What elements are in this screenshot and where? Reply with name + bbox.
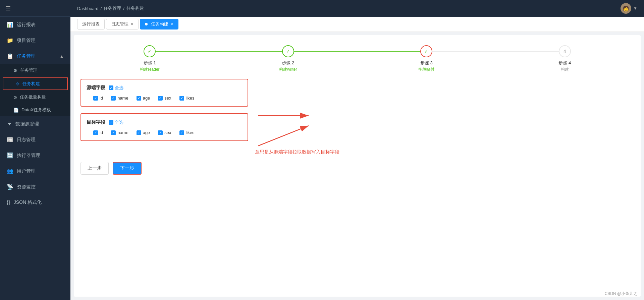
target-select-all-checkbox[interactable]: ✓ — [109, 120, 113, 125]
step-2: ✓ 步骤 2 构建writer — [219, 45, 358, 72]
executor-icon: 🔄 — [7, 152, 13, 159]
source-field-id[interactable]: ✓ id — [93, 96, 103, 101]
run-report-icon: 📊 — [7, 21, 13, 28]
target-field-likes-checkbox[interactable]: ✓ — [179, 130, 184, 135]
sidebar-subitem-task-mgmt[interactable]: ⚙ 任务管理 — [0, 64, 70, 77]
project-mgmt-icon: 📁 — [7, 37, 13, 44]
prev-button[interactable]: 上一步 — [80, 162, 109, 175]
source-field-likes-checkbox[interactable]: ✓ — [179, 96, 184, 101]
target-field-id-checkbox[interactable]: ✓ — [93, 130, 98, 135]
sidebar-item-label: 任务管理 — [17, 53, 36, 59]
sidebar-item-label: 日志管理 — [17, 137, 36, 143]
target-field-id[interactable]: ✓ id — [93, 130, 103, 135]
target-field-age[interactable]: ✓ age — [137, 130, 150, 135]
tab-task-build-close-icon[interactable]: ✕ — [170, 22, 173, 26]
target-field-sex-label: sex — [164, 130, 171, 135]
target-field-name[interactable]: ✓ name — [111, 130, 128, 135]
breadcrumb-sep1: / — [101, 6, 102, 11]
target-fields-section: 目标字段 ✓ 全选 ✓ id ✓ name — [80, 113, 248, 141]
sidebar-header: ☰ — [0, 0, 70, 17]
step-4-number: 4 — [564, 49, 566, 54]
topbar: Dashboard / 任务管理 / 任务构建 🧑 ▼ — [70, 0, 644, 17]
breadcrumb-task-build: 任务构建 — [126, 5, 144, 11]
source-field-id-label: id — [100, 96, 103, 101]
source-field-name[interactable]: ✓ name — [111, 96, 128, 101]
button-row: 上一步 下一步 — [80, 162, 634, 175]
sidebar-subitem-task-build[interactable]: ✈ 任务构建 — [3, 77, 68, 90]
watermark: CSDN @小鱼儿之 — [604, 291, 637, 297]
sidebar-item-executor[interactable]: 🔄 执行器管理 — [0, 147, 70, 163]
svg-line-2 — [258, 126, 309, 146]
step-1-check-icon: ✓ — [148, 49, 152, 54]
source-select-all[interactable]: ✓ 全选 — [109, 85, 123, 91]
tab-active-dot — [145, 23, 148, 25]
source-field-likes[interactable]: ✓ likes — [179, 96, 195, 101]
sidebar: ☰ 📊 运行报表 📁 项目管理 📋 任务管理 ▲ ⚙ 任务管理 ✈ 任务构建 ⊘… — [0, 0, 70, 300]
sidebar-subitem-datax-template[interactable]: 📄 DataX任务模板 — [0, 104, 70, 116]
json-icon: {} — [7, 199, 10, 205]
breadcrumb-sep2: / — [123, 6, 124, 11]
step-4: 4 步骤 4 构建 — [496, 45, 634, 72]
steps-container: ✓ 步骤 1 构建reader ✓ 步骤 2 构建writer — [80, 42, 634, 79]
source-field-name-checkbox[interactable]: ✓ — [111, 96, 116, 101]
target-field-likes[interactable]: ✓ likes — [179, 130, 195, 135]
menu-icon[interactable]: ☰ — [5, 5, 11, 12]
datasource-icon: 🗄 — [7, 121, 12, 127]
target-field-name-checkbox[interactable]: ✓ — [111, 130, 116, 135]
sidebar-item-run-report[interactable]: 📊 运行报表 — [0, 17, 70, 33]
sidebar-item-user-mgmt[interactable]: 👥 用户管理 — [0, 163, 70, 179]
source-field-sex[interactable]: ✓ sex — [158, 96, 171, 101]
datax-template-icon: 📄 — [13, 108, 19, 113]
sidebar-item-label: 资源监控 — [17, 184, 36, 190]
tabbar: 运行报表 日志管理 ✕ 任务构建 ✕ — [70, 17, 644, 32]
step-3-subtitle: 字段映射 — [418, 67, 434, 72]
tab-run-report[interactable]: 运行报表 — [77, 19, 105, 29]
target-field-age-checkbox[interactable]: ✓ — [137, 130, 141, 135]
step-2-subtitle: 构建writer — [279, 67, 297, 72]
sidebar-item-task-mgmt[interactable]: 📋 任务管理 ▲ — [0, 48, 70, 64]
sidebar-item-label: 数据源管理 — [15, 121, 39, 127]
source-field-age-label: age — [143, 96, 150, 101]
target-select-all-label: 全选 — [115, 119, 123, 125]
source-field-likes-label: likes — [186, 96, 195, 101]
source-fields-title: 源端字段 — [87, 85, 105, 91]
user-caret-icon: ▼ — [633, 6, 637, 11]
chevron-up-icon: ▲ — [60, 54, 64, 59]
sidebar-item-resource[interactable]: 📡 资源监控 — [0, 179, 70, 195]
target-field-sex-checkbox[interactable]: ✓ — [158, 130, 163, 135]
task-mgmt-icon: 📋 — [7, 53, 13, 59]
step-4-subtitle: 构建 — [561, 67, 569, 72]
task-batch-icon: ⊘ — [13, 95, 17, 100]
task-build-icon: ✈ — [16, 81, 20, 86]
user-menu[interactable]: 🧑 ▼ — [621, 3, 637, 14]
target-field-items: ✓ id ✓ name ✓ age ✓ sex — [87, 130, 242, 135]
sidebar-subitem-task-batch[interactable]: ⊘ 任务批量构建 — [0, 91, 70, 104]
source-field-age[interactable]: ✓ age — [137, 96, 150, 101]
step-1-circle: ✓ — [144, 45, 156, 57]
target-field-age-label: age — [143, 130, 150, 135]
sidebar-item-json[interactable]: {} JSON 格式化 — [0, 195, 70, 210]
sidebar-subitem-label: 任务管理 — [20, 67, 38, 73]
next-button[interactable]: 下一步 — [113, 162, 142, 175]
sidebar-item-datasource[interactable]: 🗄 数据源管理 — [0, 116, 70, 132]
sidebar-item-label: 运行报表 — [17, 22, 36, 28]
sidebar-item-log-mgmt[interactable]: 📰 日志管理 — [0, 132, 70, 147]
steps-flex: ✓ 步骤 1 构建reader ✓ 步骤 2 构建writer — [80, 45, 634, 72]
step-4-circle: 4 — [559, 45, 571, 57]
sidebar-item-label: 用户管理 — [17, 168, 36, 174]
step-1-title: 步骤 1 — [144, 60, 156, 66]
source-select-all-checkbox[interactable]: ✓ — [109, 85, 113, 90]
step-4-title: 步骤 4 — [558, 60, 571, 66]
source-field-sex-checkbox[interactable]: ✓ — [158, 96, 163, 101]
target-field-id-label: id — [100, 130, 103, 135]
target-field-sex[interactable]: ✓ sex — [158, 130, 171, 135]
step-3-circle: ✓ — [420, 45, 432, 57]
source-fields-header: 源端字段 ✓ 全选 — [87, 85, 242, 91]
tab-log-mgmt[interactable]: 日志管理 ✕ — [106, 19, 139, 29]
source-field-id-checkbox[interactable]: ✓ — [93, 96, 98, 101]
sidebar-item-project-mgmt[interactable]: 📁 项目管理 — [0, 33, 70, 48]
tab-log-mgmt-close-icon[interactable]: ✕ — [130, 22, 133, 26]
tab-task-build[interactable]: 任务构建 ✕ — [140, 19, 178, 29]
source-field-age-checkbox[interactable]: ✓ — [137, 96, 141, 101]
target-select-all[interactable]: ✓ 全选 — [109, 119, 123, 125]
